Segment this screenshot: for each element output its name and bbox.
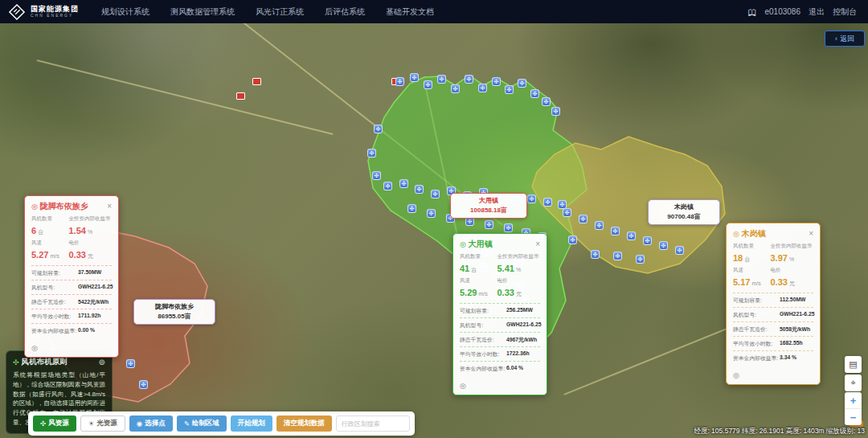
wind-turbine-marker[interactable]: ✣ <box>551 107 560 116</box>
console-link[interactable]: 控制台 <box>833 6 857 18</box>
close-icon[interactable]: × <box>535 240 540 248</box>
start-planning-button[interactable]: 开始规划 <box>231 415 272 432</box>
poi-marker[interactable] <box>236 92 245 100</box>
detail-label: 可规划容量: <box>733 297 780 305</box>
wind-turbine-icon: ✣ <box>13 358 19 366</box>
stat-label: 全投资内部收益率 <box>69 215 112 223</box>
wind-turbine-marker[interactable]: ✣ <box>542 97 551 106</box>
wind-turbine-marker[interactable]: ✣ <box>636 255 645 264</box>
wind-turbine-marker[interactable]: ✣ <box>399 179 408 188</box>
poi-marker[interactable] <box>252 78 261 85</box>
close-icon[interactable]: × <box>107 203 112 211</box>
zoom-out-button[interactable]: − <box>845 409 862 425</box>
region-name: 大用镇 <box>457 196 520 206</box>
stat-value: 18 <box>733 253 743 263</box>
wind-turbine-marker[interactable]: ✣ <box>410 73 419 82</box>
wind-turbine-marker[interactable]: ✣ <box>383 182 392 190</box>
detail-label: 资本金内部收益率: <box>31 327 78 335</box>
stat-value: 3.97 <box>771 253 788 263</box>
wind-turbine-marker[interactable]: ✣ <box>395 77 404 86</box>
stat-unit: 台 <box>38 229 43 235</box>
nav-item-planning[interactable]: 规划设计系统 <box>101 6 149 18</box>
detail-value: 0.00 % <box>78 327 95 335</box>
wind-turbine-marker[interactable]: ✣ <box>595 221 604 230</box>
wind-turbine-marker[interactable]: ✣ <box>613 252 622 260</box>
wind-turbine-marker[interactable]: ✣ <box>485 220 493 229</box>
wind-turbine-marker[interactable]: ✣ <box>543 198 552 207</box>
wind-turbine-marker[interactable]: ✣ <box>478 84 487 92</box>
wind-turbine-marker[interactable]: ✣ <box>563 208 571 217</box>
solar-resource-button[interactable]: ☀光资源 <box>80 415 125 432</box>
expand-icon[interactable]: ◎ <box>733 371 739 379</box>
nav-item-correction[interactable]: 风光订正系统 <box>256 6 304 18</box>
detail-label: 风机型号: <box>733 311 780 319</box>
stat-value: 41 <box>460 264 469 273</box>
detail-value: 112.50MW <box>780 297 806 305</box>
select-point-button[interactable]: ◉选择点 <box>129 415 173 432</box>
wind-turbine-marker[interactable]: ✣ <box>579 215 588 223</box>
wind-turbine-marker[interactable]: ✣ <box>518 79 526 88</box>
stat-unit: 元 <box>88 253 93 259</box>
wind-resource-button[interactable]: ✣风资源 <box>33 415 76 432</box>
detail-value: GWH221-6.25 <box>780 311 814 319</box>
wind-turbine-marker[interactable]: ✣ <box>504 223 513 232</box>
wind-turbine-marker[interactable]: ✣ <box>527 194 536 203</box>
expand-icon[interactable]: ◎ <box>460 382 466 390</box>
wind-turbine-marker[interactable]: ✣ <box>492 77 501 86</box>
wind-turbine-marker[interactable]: ✣ <box>675 246 684 255</box>
wind-turbine-marker[interactable]: ✣ <box>126 359 135 368</box>
wind-turbine-marker[interactable]: ✣ <box>505 85 514 94</box>
region-area: 86955.05亩 <box>141 312 208 321</box>
region-label[interactable]: 陇脚布依族乡 86955.05亩 <box>133 299 215 325</box>
detail-label: 资本金内部收益率: <box>460 365 506 373</box>
region-label[interactable]: 木岗镇 90700.48亩 <box>648 199 720 225</box>
expand-icon[interactable]: ◎ <box>31 344 38 352</box>
logout-link[interactable]: 退出 <box>809 6 825 18</box>
nav-item-docs[interactable]: 基础开发文档 <box>386 6 434 18</box>
panel-toggle-icon[interactable]: ⊚ <box>99 358 105 366</box>
close-icon[interactable]: × <box>809 230 813 238</box>
wind-turbine-marker[interactable]: ✣ <box>415 185 424 194</box>
district-search-input[interactable] <box>336 415 410 432</box>
wind-turbine-marker[interactable]: ✣ <box>611 227 620 235</box>
region-info-card-mugang: ◎ 木岗镇 × 风机数量 18台 全投资内部收益率 3.97% 风速 5.17m… <box>726 223 821 385</box>
map-status-bar: 经度: 105.5779 纬度: 26.1901 高度: 1403m 缩放级别:… <box>694 427 865 436</box>
draw-area-button[interactable]: ✎绘制区域 <box>177 415 227 432</box>
wind-turbine-marker[interactable]: ✣ <box>431 190 440 199</box>
wind-turbine-marker[interactable]: ✣ <box>427 209 436 218</box>
logo: 国家能源集团 CHN ENERGY <box>8 3 79 21</box>
wind-turbine-marker[interactable]: ✣ <box>627 231 636 240</box>
nav-item-evaluation[interactable]: 后评估系统 <box>325 6 365 18</box>
detail-label: 资本金内部收益率: <box>733 354 780 362</box>
nav-item-wind-data[interactable]: 测风数据管理系统 <box>170 6 235 18</box>
docs-icon[interactable]: 🕮 <box>748 7 757 17</box>
wind-turbine-marker[interactable]: ✣ <box>407 204 416 213</box>
stat-label: 全投资内部收益率 <box>771 243 813 250</box>
wind-turbine-marker[interactable]: ✣ <box>659 241 668 250</box>
back-button[interactable]: ‹ 返回 <box>825 31 865 47</box>
wind-turbine-marker[interactable]: ✣ <box>568 235 577 244</box>
region-info-card-dayong: ◎ 大用镇 × 风机数量 41台 全投资内部收益率 5.41% 风速 5.29m… <box>452 233 547 395</box>
wind-turbine-marker[interactable]: ✣ <box>437 75 446 84</box>
stat-unit: 台 <box>471 267 477 272</box>
locate-button[interactable]: ⌖ <box>845 375 862 391</box>
clear-plan-data-button[interactable]: 清空规划数据 <box>276 415 332 432</box>
wind-turbine-marker[interactable]: ✣ <box>591 250 600 259</box>
stat-value: 5.27 <box>31 250 48 260</box>
region-label[interactable]: 大用镇 100858.18亩 <box>450 193 527 219</box>
wind-turbine-marker[interactable]: ✣ <box>643 236 652 245</box>
wind-turbine-marker[interactable]: ✣ <box>374 125 383 133</box>
detail-value: 5058元/kWh <box>780 325 810 334</box>
wind-turbine-marker[interactable]: ✣ <box>367 149 376 158</box>
wind-turbine-marker[interactable]: ✣ <box>372 171 381 180</box>
layers-button[interactable]: ▤ <box>845 356 862 373</box>
stat-label: 风速 <box>733 267 771 274</box>
wind-turbine-marker[interactable]: ✣ <box>451 84 460 93</box>
wind-turbine-marker[interactable]: ✣ <box>139 380 148 389</box>
wind-turbine-marker[interactable]: ✣ <box>530 89 539 98</box>
wind-turbine-marker[interactable]: ✣ <box>424 80 432 89</box>
panel-title: 风机布机原则 <box>22 357 99 367</box>
wind-turbine-marker[interactable]: ✣ <box>465 75 473 84</box>
zoom-in-button[interactable]: + <box>845 392 862 409</box>
detail-value: GWH221-6.25 <box>506 321 541 330</box>
